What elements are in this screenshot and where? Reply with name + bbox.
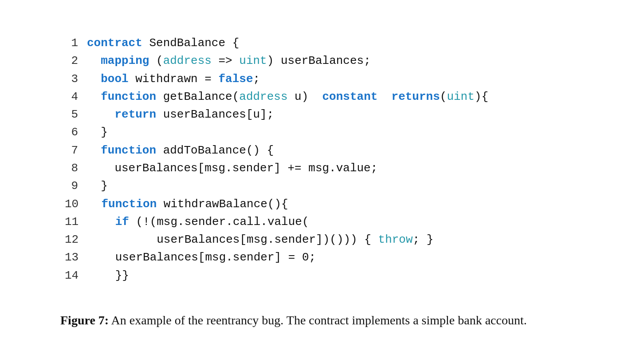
line-content: function getBalance(address u) constant … xyxy=(87,88,488,106)
line-number: 6 xyxy=(65,123,87,141)
line-content: function addToBalance() { xyxy=(87,142,274,159)
line-number: 5 xyxy=(65,106,87,123)
code-line: 12 userBalances[msg.sender])())) { throw… xyxy=(65,231,579,248)
code-line: 5 return userBalances[u]; xyxy=(65,106,579,123)
caption-text: An example of the reentrancy bug. The co… xyxy=(109,313,527,327)
line-number: 2 xyxy=(65,52,87,70)
line-number: 9 xyxy=(65,177,87,195)
code-line: 3 bool withdrawn = false; xyxy=(65,70,579,88)
code-line: 7 function addToBalance() { xyxy=(65,142,579,159)
line-content: userBalances[msg.sender])())) { throw; } xyxy=(87,231,433,248)
line-content: if (!(msg.sender.call.value( xyxy=(87,213,309,231)
line-number: 7 xyxy=(65,142,87,159)
line-content: }} xyxy=(87,267,129,284)
line-number: 1 xyxy=(65,34,87,52)
line-number: 3 xyxy=(65,70,87,88)
caption-label: Figure 7: xyxy=(60,313,109,327)
line-content: return userBalances[u]; xyxy=(87,106,274,123)
line-content: mapping (address => uint) userBalances; xyxy=(87,52,371,70)
line-number: 11 xyxy=(65,213,87,231)
line-content: } xyxy=(87,123,108,141)
code-line: 9 } xyxy=(65,177,579,195)
figure-caption: Figure 7: An example of the reentrancy b… xyxy=(60,307,584,330)
line-number: 8 xyxy=(65,159,87,177)
line-content: userBalances[msg.sender] = 0; xyxy=(87,248,316,266)
line-content: bool withdrawn = false; xyxy=(87,70,260,88)
line-number: 14 xyxy=(65,267,87,284)
line-number: 10 xyxy=(65,195,87,213)
line-number: 12 xyxy=(65,231,87,248)
line-content: function withdrawBalance(){ xyxy=(87,195,288,213)
code-line: 6 } xyxy=(65,123,579,141)
code-line: 8 userBalances[msg.sender] += msg.value; xyxy=(65,159,579,177)
code-block: 1contract SendBalance {2 mapping (addres… xyxy=(60,25,584,293)
main-container: 1contract SendBalance {2 mapping (addres… xyxy=(34,8,610,347)
line-content: userBalances[msg.sender] += msg.value; xyxy=(87,159,377,177)
line-number: 4 xyxy=(65,88,87,106)
code-line: 2 mapping (address => uint) userBalances… xyxy=(65,52,579,70)
line-number: 13 xyxy=(65,248,87,266)
code-line: 13 userBalances[msg.sender] = 0; xyxy=(65,248,579,266)
code-line: 11 if (!(msg.sender.call.value( xyxy=(65,213,579,231)
code-line: 10 function withdrawBalance(){ xyxy=(65,195,579,213)
code-line: 14 }} xyxy=(65,267,579,284)
line-content: contract SendBalance { xyxy=(87,34,239,52)
line-content: } xyxy=(87,177,108,195)
code-line: 4 function getBalance(address u) constan… xyxy=(65,88,579,106)
code-line: 1contract SendBalance { xyxy=(65,34,579,52)
